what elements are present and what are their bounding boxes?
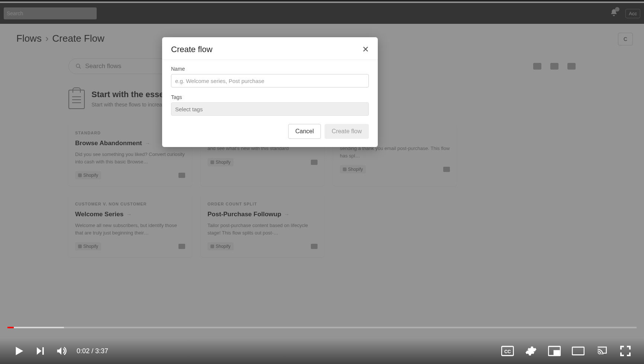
arrow-right-icon: → xyxy=(126,211,132,217)
svg-rect-6 xyxy=(572,347,584,355)
flow-card[interactable]: ORDER COUNT SPLIT Post-Purchase Followup… xyxy=(201,195,324,257)
search-icon xyxy=(75,63,81,69)
modal-header: Create flow ✕ xyxy=(162,37,378,60)
app-top-bar: Search Acc xyxy=(0,3,644,24)
fullscreen-icon xyxy=(619,345,631,357)
duration: 3:37 xyxy=(95,347,108,355)
filter-sms-icon[interactable] xyxy=(567,63,576,70)
card-title: Welcome Series→ xyxy=(75,211,185,218)
settings-button[interactable] xyxy=(525,345,537,357)
email-icon xyxy=(178,244,185,249)
tags-select[interactable]: Select tags xyxy=(171,102,369,116)
breadcrumb-root[interactable]: Flows xyxy=(16,33,42,44)
card-category: ORDER COUNT SPLIT xyxy=(207,202,318,206)
tags-label: Tags xyxy=(171,94,369,100)
card-tag: Shopify xyxy=(207,242,234,250)
card-tag: Shopify xyxy=(207,158,234,166)
volume-icon xyxy=(56,345,67,357)
svg-rect-5 xyxy=(554,351,559,354)
search-flows-placeholder: Search flows xyxy=(85,63,121,70)
svg-line-1 xyxy=(79,67,81,68)
email-icon xyxy=(311,160,318,165)
captions-button[interactable]: CC xyxy=(501,346,514,356)
filter-chat-icon[interactable] xyxy=(533,63,541,70)
account-button[interactable]: Acc xyxy=(625,9,640,18)
miniplayer-button[interactable] xyxy=(548,346,561,356)
arrow-right-icon: → xyxy=(145,140,150,146)
gear-icon xyxy=(525,345,537,357)
global-search-input[interactable]: Search xyxy=(4,7,97,19)
card-description: Did you see something you liked? Convert… xyxy=(75,151,185,165)
next-button[interactable] xyxy=(35,345,46,357)
svg-point-0 xyxy=(76,64,80,67)
miniplayer-icon xyxy=(548,346,561,356)
theater-button[interactable] xyxy=(572,347,585,355)
fullscreen-button[interactable] xyxy=(619,345,631,357)
cast-button[interactable] xyxy=(596,346,608,356)
name-label: Name xyxy=(171,66,369,72)
breadcrumb-sep: › xyxy=(45,33,49,44)
modal-title: Create flow xyxy=(171,45,212,54)
filter-email-icon[interactable] xyxy=(550,63,558,70)
current-time: 0:02 xyxy=(77,347,90,355)
svg-text:CC: CC xyxy=(504,349,511,354)
filter-icons xyxy=(533,63,576,70)
close-icon[interactable]: ✕ xyxy=(362,45,369,54)
email-icon xyxy=(178,173,185,178)
time-display: 0:02 / 3:37 xyxy=(77,347,108,355)
cast-icon xyxy=(596,346,608,356)
card-description: Tailor post-purchase content based on li… xyxy=(207,222,318,236)
clipboard-icon xyxy=(68,90,85,109)
create-flow-top-button[interactable]: C xyxy=(618,33,633,45)
play-icon xyxy=(13,345,25,357)
card-tag: Shopify xyxy=(340,165,366,173)
cancel-button[interactable]: Cancel xyxy=(288,124,321,139)
modal-actions: Cancel Create flow xyxy=(171,122,369,139)
captions-icon: CC xyxy=(501,346,514,356)
flow-card[interactable]: CUSTOMER V. NON CUSTOMER Welcome Series→… xyxy=(68,195,192,257)
breadcrumb-current: Create Flow xyxy=(52,33,104,44)
card-category: CUSTOMER V. NON CUSTOMER xyxy=(75,202,185,206)
card-tag: Shopify xyxy=(75,242,101,250)
email-icon xyxy=(443,167,450,172)
top-right-group: Acc xyxy=(610,9,640,18)
notifications-icon[interactable] xyxy=(610,9,618,18)
modal-body: Name Tags Select tags Cancel Create flow xyxy=(162,60,378,147)
video-frame: Search Acc Flows › Create Flow C Search … xyxy=(0,0,644,364)
volume-button[interactable] xyxy=(56,345,67,357)
email-icon xyxy=(311,244,318,249)
create-flow-submit-button[interactable]: Create flow xyxy=(325,124,369,139)
arrow-right-icon: → xyxy=(284,211,289,217)
play-button[interactable] xyxy=(13,345,25,357)
card-tag: Shopify xyxy=(75,171,101,179)
card-description: Welcome all new subscribers, but identif… xyxy=(75,222,185,236)
time-sep: / xyxy=(91,347,95,355)
theater-icon xyxy=(572,347,585,355)
flow-name-input[interactable] xyxy=(171,74,369,87)
create-flow-modal: Create flow ✕ Name Tags Select tags Canc… xyxy=(162,37,378,147)
card-title: Post-Purchase Followup→ xyxy=(207,211,318,218)
next-icon xyxy=(35,345,46,357)
